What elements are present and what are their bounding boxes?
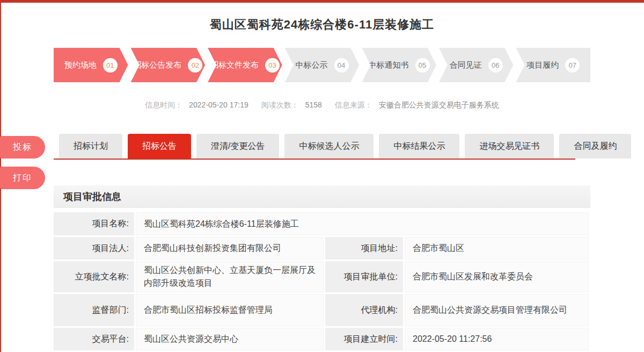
table-value-approval-doc-name: 蜀山区公共创新中心、立基天厦负一层展厅及内部升级改造项目	[136, 261, 324, 292]
step-contract-witness[interactable]: 合同见证 06	[439, 48, 514, 82]
process-stepper: 预约场地 01 招标公告发布 02 招标文件发布 03 中标公示 04 中标通知…	[54, 48, 590, 82]
step-number-badge: 07	[565, 58, 580, 73]
main-container: 蜀山区蜀科苑24栋综合楼6-11层装修施工 预约场地 01 招标公告发布 02 …	[54, 17, 590, 350]
table-value-agency: 合肥蜀山公共资源交易项目管理有限公司	[405, 294, 589, 326]
step-number-badge: 02	[188, 58, 202, 73]
step-label: 中标公示	[296, 60, 328, 70]
table-label-project-name: 项目名称:	[54, 212, 134, 235]
info-read-count: 阅读次数：5158	[261, 100, 324, 109]
step-reserve-venue[interactable]: 预约场地 01	[54, 48, 128, 82]
table-label-agency: 代理机构:	[325, 294, 403, 326]
info-time-value: 2022-05-20 17:19	[189, 100, 248, 109]
table-label-supervision-dept: 监督部门:	[54, 294, 134, 326]
project-approval-table: 项目名称: 蜀山区蜀科苑24栋综合楼6-11层装修施工 项目法人: 合肥蜀山科技…	[54, 212, 590, 350]
info-source-label: 信息来源：	[335, 100, 372, 109]
step-label: 合同见证	[450, 60, 482, 70]
step-winner-publicity[interactable]: 中标公示 04	[285, 48, 360, 82]
table-value-legal-person: 合肥蜀山科技创新投资集团有限公司	[136, 237, 324, 260]
info-time-label: 信息时间：	[145, 100, 182, 109]
step-label: 预约场地	[64, 60, 97, 70]
step-project-performance[interactable]: 项目履约 07	[516, 48, 590, 82]
tab-result-publicity[interactable]: 中标结果公示	[379, 134, 459, 159]
tab-tender-announcement[interactable]: 招标公告	[128, 134, 191, 159]
tab-candidate-publicity[interactable]: 中标候选人公示	[284, 134, 374, 159]
tabs-underline: 招标计划 招标公告 澄清/变更公告 中标候选人公示 中标结果公示 进场交易见证书…	[54, 134, 575, 160]
table-value-approval-unit: 合肥市蜀山区发展和改革委员会	[405, 261, 589, 292]
step-tender-announcement[interactable]: 招标公告发布 02	[131, 48, 206, 82]
step-number-badge: 06	[488, 58, 503, 73]
step-number-badge: 03	[265, 58, 280, 73]
table-value-project-create-time: 2022-05-20 11:27:56	[405, 328, 589, 350]
bid-button[interactable]: 投标	[0, 136, 45, 159]
info-source-value: 安徽合肥公共资源交易电子服务系统	[379, 100, 499, 109]
section-title-project-approval: 项目审批信息	[54, 185, 590, 208]
tab-bar: 招标计划 招标公告 澄清/变更公告 中标候选人公示 中标结果公示 进场交易见证书…	[54, 134, 575, 159]
info-time: 信息时间：2022-05-20 17:19	[145, 100, 250, 109]
table-value-project-name: 蜀山区蜀科苑24栋综合楼6-11层装修施工	[136, 212, 589, 235]
tab-contract-performance[interactable]: 合同及履约	[559, 134, 631, 159]
step-tender-documents[interactable]: 招标文件发布 03	[208, 48, 282, 82]
step-number-badge: 04	[334, 58, 349, 73]
table-label-legal-person: 项目法人:	[54, 237, 134, 260]
step-label: 中标通知书	[369, 60, 409, 70]
step-award-notice[interactable]: 中标通知书 05	[362, 48, 436, 82]
print-button[interactable]: 打印	[0, 167, 45, 189]
table-label-approval-unit: 项目审批单位:	[325, 261, 403, 292]
step-label: 招标文件发布	[210, 60, 259, 70]
step-label: 招标公告发布	[133, 60, 181, 70]
page-title: 蜀山区蜀科苑24栋综合楼6-11层装修施工	[54, 17, 590, 33]
tab-tender-plan[interactable]: 招标计划	[59, 134, 122, 159]
table-value-supervision-dept: 合肥市蜀山区招标投标监督管理局	[136, 294, 324, 326]
info-source: 信息来源：安徽合肥公共资源交易电子服务系统	[335, 100, 499, 109]
top-red-bar	[0, 0, 644, 3]
info-bar: 信息时间：2022-05-20 17:19 阅读次数：5158 信息来源：安徽合…	[54, 100, 590, 111]
table-label-project-create-time: 项目建立时间:	[325, 328, 403, 350]
tab-entry-certificate[interactable]: 进场交易见证书	[465, 134, 554, 159]
step-number-badge: 01	[103, 58, 118, 73]
step-number-badge: 05	[415, 58, 430, 73]
table-label-approval-doc-name: 立项批文名称:	[54, 261, 134, 292]
table-label-trading-platform: 交易平台:	[54, 328, 134, 350]
table-label-project-address: 项目地址:	[325, 237, 403, 260]
table-value-project-address: 合肥市蜀山区	[405, 237, 589, 260]
tab-clarification-change[interactable]: 澄清/变更公告	[196, 134, 279, 159]
info-read-count-label: 阅读次数：	[261, 100, 299, 109]
step-label: 项目履约	[526, 60, 559, 70]
table-value-trading-platform: 蜀山区公共资源交易中心	[136, 328, 324, 350]
info-read-count-value: 5158	[305, 100, 322, 109]
